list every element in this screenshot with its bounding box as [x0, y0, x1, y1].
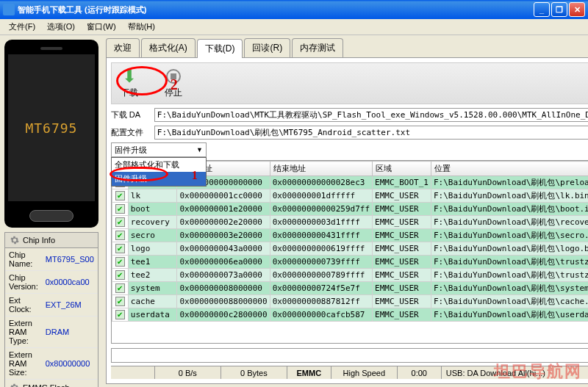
tab-download[interactable]: 下载(D): [197, 39, 243, 58]
close-button[interactable]: ✕: [569, 2, 585, 17]
row-checkbox[interactable]: ✔: [115, 270, 125, 280]
cell-location: F:\BaiduYunDownload\刷机包\trustzone.bin: [431, 269, 588, 282]
menu-file[interactable]: 文件(F): [3, 20, 41, 34]
tab-format[interactable]: 格式化(A): [141, 38, 196, 57]
chip-version-label: Chip Version:: [5, 271, 42, 294]
cell-start: 0x000000001e20000: [177, 203, 270, 216]
tab-readback[interactable]: 回读(R): [244, 38, 290, 57]
row-checkbox[interactable]: ✔: [115, 244, 125, 253]
table-row[interactable]: ✔system0x0000000080000000x00000000724f5e…: [112, 282, 588, 295]
cell-name: secro: [128, 229, 177, 242]
row-checkbox[interactable]: ✔: [115, 191, 125, 200]
menu-window[interactable]: 窗口(W): [81, 20, 122, 34]
cell-end: 0x000000001dfffff: [270, 189, 372, 203]
row-checkbox[interactable]: ✔: [115, 257, 125, 267]
download-button[interactable]: ⬇ 下载: [115, 66, 144, 101]
tab-bar: 欢迎 格式化(A) 下载(D) 回读(R) 内存测试: [106, 38, 588, 58]
cell-location: F:\BaiduYunDownload\刷机包\logo.bin: [431, 242, 588, 256]
maximize-button[interactable]: ❐: [551, 2, 567, 17]
download-arrow-icon: ⬇: [122, 66, 137, 87]
cell-name: logo: [128, 242, 177, 256]
cell-region: EMMC_USER: [373, 189, 431, 203]
table-row[interactable]: ✔tee20x0000000073a00000x0000000000789fff…: [112, 269, 588, 282]
row-checkbox[interactable]: ✔: [115, 297, 125, 306]
cell-start: 0x0000000088000000: [177, 295, 270, 308]
cell-end: 0x000000000cafcb587: [270, 308, 372, 322]
ext-clock-value: EXT_26M: [42, 294, 98, 317]
table-row[interactable]: ✔secro0x000000003e200000x000000000431fff…: [112, 229, 588, 242]
row-checkbox[interactable]: ✔: [115, 310, 125, 319]
tab-memtest[interactable]: 内存测试: [292, 38, 343, 57]
row-checkbox[interactable]: ✔: [115, 217, 125, 227]
annotation-number-1: 1: [192, 169, 198, 182]
phone-model: MT6795: [8, 54, 95, 201]
status-bps: 0 B/s: [155, 366, 221, 379]
titlebar: 智能手机下载工具 (运行时跟踪模式) _ ❐ ✕: [0, 0, 588, 19]
chip-info-panel: Chip Info Chip Name:MT6795_S00 Chip Vers…: [4, 232, 98, 387]
table-row[interactable]: ✔recovery0x000000002e200000x0000000003d1…: [112, 216, 588, 229]
menu-help[interactable]: 帮助(H): [122, 20, 161, 34]
table-row[interactable]: ✔boot0x000000001e200000x00000000000259d7…: [112, 203, 588, 216]
cell-start: 0x000000001cc0000: [177, 189, 270, 203]
status-usb: USB: DA Download All(hi...): [442, 366, 588, 379]
mode-dropdown[interactable]: 固件升级 ▼: [111, 142, 207, 157]
cell-region: EMMC_USER: [373, 242, 431, 256]
cell-region: EMMC_USER: [373, 229, 431, 242]
cell-end: 0x000000000739ffff: [270, 256, 372, 269]
status-speed: High Speed: [331, 366, 398, 379]
cell-location: F:\BaiduYunDownload\刷机包\system.img: [431, 282, 588, 295]
cell-region: EMMC_USER: [373, 203, 431, 216]
chevron-down-icon: ▼: [196, 146, 203, 153]
cell-start: 0x0000000043a0000: [177, 242, 270, 256]
ram-type-value: DRAM: [42, 317, 98, 348]
cell-name: recovery: [128, 216, 177, 229]
cell-end: 0x00000000000028ec3: [270, 176, 372, 189]
cell-location: F:\BaiduYunDownload\刷机包\userdata.img: [431, 308, 588, 322]
status-bar: 0 B/s 0 Bytes EMMC High Speed 0:00 USB: …: [111, 366, 588, 379]
cell-end: 0x0000000000789ffff: [270, 269, 372, 282]
chip-info-title: Chip Info: [23, 236, 55, 245]
col-end[interactable]: 结束地址: [270, 162, 372, 176]
cell-end: 0x00000000724f5e7f: [270, 282, 372, 295]
cell-name: boot: [128, 203, 177, 216]
scatter-path-input[interactable]: [154, 126, 588, 140]
cell-name: cache: [128, 295, 177, 308]
col-location[interactable]: 位置: [431, 162, 588, 176]
cell-region: EMMC_USER: [373, 256, 431, 269]
cell-location: F:\BaiduYunDownload\刷机包\lk.bin: [431, 189, 588, 203]
action-toolbar: ⬇ 下载 停止 2: [111, 62, 588, 104]
table-row[interactable]: ✔logo0x0000000043a00000x0000000000619fff…: [112, 242, 588, 256]
cell-location: F:\BaiduYunDownload\刷机包\secro.img: [431, 229, 588, 242]
tab-welcome[interactable]: 欢迎: [106, 38, 140, 57]
cell-end: 0x00000000000259d7ff: [270, 203, 372, 216]
cell-start: 0x00000000c2800000: [177, 308, 270, 322]
da-path-input[interactable]: [154, 108, 588, 122]
gear-icon: [10, 235, 20, 245]
row-checkbox[interactable]: ✔: [115, 231, 125, 240]
home-button-graphic: [29, 210, 74, 222]
cell-location: F:\BaiduYunDownload\刷机包\preloader_x500.b…: [431, 176, 588, 189]
cell-end: 0x000000000431ffff: [270, 229, 372, 242]
cell-name: lk: [128, 189, 177, 203]
cell-start: 0x000000006ea0000: [177, 256, 270, 269]
gear-icon: [10, 383, 20, 387]
minimize-button[interactable]: _: [534, 2, 550, 17]
cell-location: F:\BaiduYunDownload\刷机包\boot.img: [431, 203, 588, 216]
row-checkbox[interactable]: ✔: [115, 283, 125, 293]
cell-region: EMMC_BOOT_1: [373, 176, 431, 189]
cell-region: EMMC_USER: [373, 216, 431, 229]
row-checkbox[interactable]: ✔: [115, 204, 125, 214]
ram-size-label: Extern RAM Size:: [5, 348, 42, 380]
window-title: 智能手机下载工具 (运行时跟踪模式): [18, 4, 534, 15]
cell-start: 0x000000003e20000: [177, 229, 270, 242]
col-region[interactable]: 区域: [373, 162, 431, 176]
cell-region: EMMC_USER: [373, 282, 431, 295]
chip-version-value: 0x0000ca00: [42, 271, 98, 294]
table-row[interactable]: ✔cache0x00000000880000000x00000000887812…: [112, 295, 588, 308]
table-row[interactable]: ✔lk0x000000001cc00000x000000001dfffffEMM…: [112, 189, 588, 203]
table-row[interactable]: ✔userdata0x00000000c28000000x000000000ca…: [112, 308, 588, 322]
emmc-flash-label: EMMC Flash: [23, 383, 70, 387]
status-mode: EMMC: [287, 366, 331, 379]
menu-options[interactable]: 选项(O): [41, 20, 81, 34]
table-row[interactable]: ✔tee10x000000006ea00000x000000000739ffff…: [112, 256, 588, 269]
